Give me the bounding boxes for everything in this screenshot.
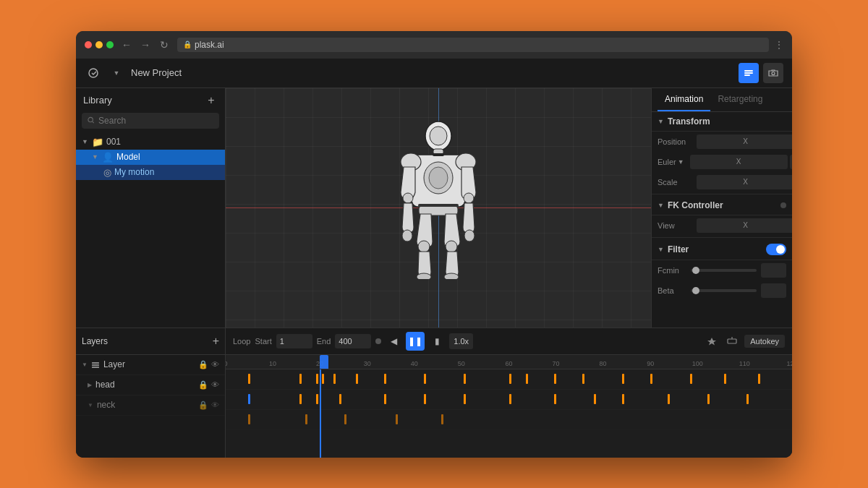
add-layer-button[interactable]: + — [213, 335, 219, 348]
beta-thumb[interactable] — [692, 287, 699, 294]
camera-button[interactable] — [763, 63, 783, 83]
stop-button[interactable]: ▮ — [429, 333, 445, 349]
svg-point-15 — [402, 230, 412, 241]
ruler-110: 110 — [739, 360, 750, 367]
neck-lock-icon[interactable]: 🔒 — [198, 401, 208, 410]
ruler-0: 0 — [226, 360, 228, 367]
library-add-button[interactable]: + — [205, 94, 218, 107]
record-dot — [375, 338, 381, 344]
folder-arrow: ▼ — [82, 138, 89, 145]
neck-actions: 🔒 👁 — [198, 401, 219, 410]
forward-button[interactable]: → — [138, 38, 153, 52]
address-bar[interactable]: 🔒 plask.ai — [177, 38, 769, 52]
start-input[interactable] — [276, 334, 312, 348]
kf-4 — [322, 374, 324, 384]
lock-icon[interactable]: 🔒 — [198, 360, 208, 369]
track-neck — [226, 410, 792, 430]
euler-label[interactable]: Euler ▼ — [658, 158, 684, 166]
kf-5 — [333, 374, 336, 384]
tab-animation[interactable]: Animation — [658, 88, 710, 111]
timeline-tracks[interactable] — [226, 369, 792, 458]
nkf-3 — [344, 414, 346, 424]
playhead[interactable] — [320, 369, 321, 458]
tab-retargeting[interactable]: Retargeting — [710, 88, 770, 111]
hkf-3 — [316, 394, 318, 404]
tree-motion[interactable]: ◎ My motion — [76, 165, 225, 180]
fk-section-header[interactable]: ▼ FK Controller — [652, 196, 792, 215]
timeline-area: ▼ Layer 🔒 👁 ▶ head — [76, 355, 792, 458]
filter-section-header[interactable]: ▼ Filter — [652, 239, 792, 260]
layer-row-head: ▶ head 🔒 👁 — [76, 375, 225, 395]
beta-value — [761, 283, 786, 298]
keyframe-icon[interactable] — [704, 333, 720, 349]
kf-9 — [464, 374, 466, 384]
viewport[interactable] — [226, 88, 651, 328]
transform-section-header[interactable]: ▼ Transform — [652, 112, 792, 132]
view-row: View — ▼ — [652, 215, 792, 236]
animation-mode-button[interactable] — [739, 63, 759, 83]
robot-figure — [388, 120, 489, 279]
kf-16 — [690, 374, 692, 384]
browser-dots — [85, 41, 114, 48]
scale-row: Scale — [652, 172, 792, 192]
snap-icon[interactable] — [724, 333, 740, 349]
timeline-track-area: 0 10 20 30 40 50 60 70 80 90 100 110 120 — [226, 355, 792, 458]
back-button[interactable]: ← — [119, 38, 134, 52]
kf-14 — [622, 374, 624, 384]
layer-row-neck: ▼ neck 🔒 👁 — [76, 395, 225, 416]
layer-actions: 🔒 👁 — [198, 360, 219, 369]
autokey-button[interactable]: Autokey — [744, 335, 785, 348]
hkf-12 — [668, 394, 670, 404]
layers-title: Layers — [82, 336, 108, 346]
transform-label: Transform — [668, 116, 710, 127]
svg-rect-22 — [433, 153, 444, 156]
svg-rect-3 — [744, 74, 750, 76]
tree-model[interactable]: ▼ 👤 Model — [76, 150, 225, 165]
motion-icon: ◎ — [103, 167, 111, 178]
library-tree: ▼ 📁 001 ▼ 👤 Model ◎ My motion — [76, 133, 225, 181]
kf-11 — [526, 374, 528, 384]
filter-arrow: ▼ — [658, 246, 664, 253]
fcmin-slider[interactable] — [691, 269, 757, 272]
layers-list: ▼ Layer 🔒 👁 ▶ head — [76, 355, 226, 458]
beta-slider[interactable] — [691, 289, 757, 292]
end-input[interactable] — [335, 334, 371, 348]
view-x[interactable] — [697, 218, 792, 233]
dot-close[interactable] — [85, 41, 92, 48]
speed-button[interactable]: 1.0x — [449, 333, 473, 349]
nkf-2 — [305, 414, 307, 424]
head-eye-icon[interactable]: 👁 — [211, 380, 219, 390]
dot-maximize[interactable] — [106, 41, 114, 48]
sidebar-header: Library + — [76, 88, 225, 113]
position-x[interactable] — [697, 134, 792, 149]
start-label: Start — [255, 337, 271, 346]
scale-inputs — [697, 175, 792, 189]
fcmin-thumb[interactable] — [692, 267, 699, 274]
neck-eye-icon[interactable]: 👁 — [211, 401, 219, 410]
search-input[interactable] — [98, 116, 213, 126]
model-name: Model — [116, 152, 140, 162]
pause-button[interactable]: ❚❚ — [406, 332, 425, 351]
app-menu-button[interactable] — [85, 64, 102, 82]
reload-button[interactable]: ↻ — [157, 38, 171, 52]
track-head — [226, 390, 792, 410]
browser-window: ← → ↻ 🔒 plask.ai ⋮ ▼ New Project — [76, 31, 792, 458]
euler-y[interactable] — [790, 155, 792, 169]
head-lock-icon[interactable]: 🔒 — [198, 380, 208, 390]
euler-x[interactable] — [690, 155, 788, 169]
dropdown-arrow[interactable]: ▼ — [108, 64, 125, 82]
browser-menu[interactable]: ⋮ — [775, 40, 783, 50]
fcmin-value — [761, 263, 786, 278]
prev-button[interactable]: ◀ — [386, 333, 401, 349]
scale-x[interactable] — [697, 175, 792, 189]
dot-minimize[interactable] — [95, 41, 103, 48]
svg-point-0 — [89, 69, 98, 77]
ruler-50: 50 — [458, 360, 465, 367]
eye-icon[interactable]: 👁 — [211, 360, 219, 369]
tree-folder-001[interactable]: ▼ 📁 001 — [76, 134, 225, 150]
folder-name: 001 — [106, 137, 121, 147]
bottom-area: Layers + Loop Start End ◀ ❚❚ ▮ 1.0x — [76, 328, 792, 458]
hkf-4 — [339, 394, 341, 404]
filter-toggle[interactable] — [766, 244, 786, 255]
search-box[interactable] — [82, 113, 219, 129]
